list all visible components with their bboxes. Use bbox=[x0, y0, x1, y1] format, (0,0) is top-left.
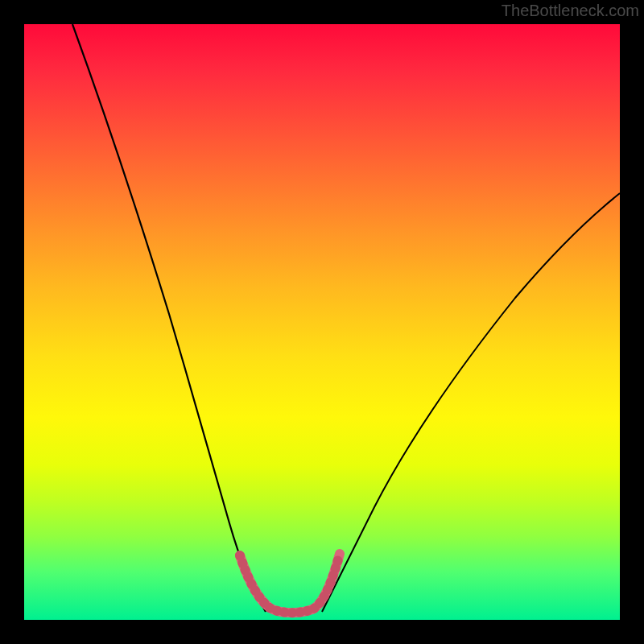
watermark-text: TheBottleneck.com bbox=[502, 2, 639, 20]
right-curve bbox=[322, 193, 620, 612]
left-curve bbox=[72, 24, 266, 612]
curve-layer bbox=[24, 24, 620, 620]
plot-area bbox=[24, 24, 620, 620]
chart-frame: TheBottleneck.com bbox=[0, 0, 644, 644]
